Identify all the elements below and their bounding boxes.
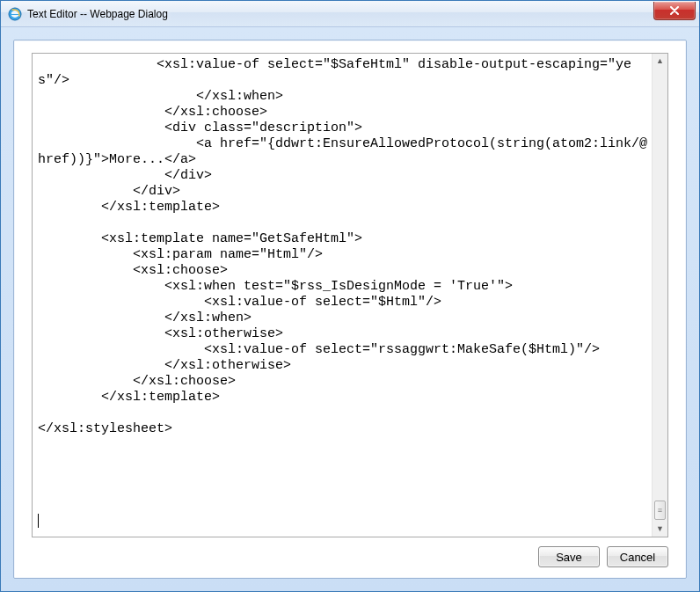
button-row: Save Cancel bbox=[32, 546, 668, 567]
titlebar[interactable]: Text Editor -- Webpage Dialog bbox=[1, 1, 699, 27]
window-title: Text Editor -- Webpage Dialog bbox=[27, 8, 168, 20]
scroll-up-arrow-icon[interactable]: ▲ bbox=[653, 54, 667, 69]
scroll-thumb[interactable] bbox=[654, 501, 666, 520]
text-caret bbox=[38, 514, 39, 528]
text-editor[interactable] bbox=[33, 54, 652, 537]
save-button[interactable]: Save bbox=[538, 546, 600, 567]
panel: ▲ ▼ Save Cancel bbox=[13, 40, 687, 579]
scroll-down-arrow-icon[interactable]: ▼ bbox=[653, 522, 667, 537]
close-icon bbox=[669, 6, 680, 15]
close-button[interactable] bbox=[653, 2, 696, 20]
scroll-track[interactable] bbox=[653, 69, 667, 522]
client-area: ▲ ▼ Save Cancel bbox=[1, 27, 699, 591]
dialog-window: Text Editor -- Webpage Dialog ▲ ▼ S bbox=[0, 0, 700, 592]
cancel-button[interactable]: Cancel bbox=[607, 546, 668, 567]
vertical-scrollbar[interactable]: ▲ ▼ bbox=[652, 54, 667, 537]
ie-icon bbox=[8, 7, 22, 21]
editor-container: ▲ ▼ bbox=[32, 53, 668, 537]
